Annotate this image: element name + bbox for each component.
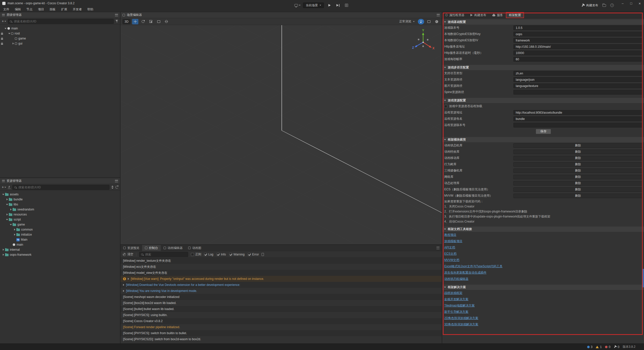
hierarchy-node[interactable]: main: [0, 26, 120, 31]
import-asset-icon[interactable]: [8, 186, 11, 189]
view-gizmo[interactable]: Y X Z: [412, 29, 434, 50]
tab-inspector[interactable]: 属性检查器: [442, 12, 467, 18]
scene-selector-dropdown[interactable]: 当前场景: [303, 3, 324, 8]
assets-search-input[interactable]: [18, 186, 107, 189]
hierarchy-search[interactable]: [8, 19, 114, 24]
delete-button[interactable]: 删除: [513, 175, 642, 179]
config-link[interactable]: 3D角色扮演游戏解决方案: [444, 322, 478, 327]
delete-button[interactable]: 删除: [513, 181, 642, 186]
console-search[interactable]: [139, 252, 188, 257]
axis-negative-y-handle[interactable]: [422, 46, 424, 47]
maximize-button[interactable]: [627, 0, 635, 7]
hierarchy-node[interactable]: game: [0, 36, 120, 41]
tree-expand-caret[interactable]: [9, 224, 13, 225]
config-link[interactable]: 原生包热更新配置自动生成插件: [444, 271, 487, 275]
rect-tool-button[interactable]: [155, 19, 162, 24]
menu-item[interactable]: 项目: [35, 7, 47, 12]
log-expand-caret[interactable]: [128, 278, 129, 280]
filter-icon[interactable]: [115, 20, 118, 23]
rotate-tool-button[interactable]: [140, 19, 146, 24]
preview-target-button[interactable]: [295, 4, 301, 7]
panel-menu-icon[interactable]: [115, 180, 118, 182]
menu-item[interactable]: 节点: [24, 7, 35, 12]
config-link[interactable]: Excel格式转Json文件与TypeScript代码工具: [444, 264, 502, 269]
assets-search[interactable]: [12, 185, 109, 190]
move-tool-button[interactable]: [132, 19, 138, 24]
camera-settings-button[interactable]: [426, 19, 432, 24]
menu-item[interactable]: 扩展: [58, 7, 70, 12]
export-log-icon[interactable]: [262, 253, 264, 256]
property-input[interactable]: [513, 51, 642, 55]
axis-negative-z-handle[interactable]: [427, 39, 428, 40]
menu-item[interactable]: 帮助: [85, 7, 96, 12]
asset-node[interactable]: bundle: [0, 197, 120, 202]
asset-node[interactable]: assets: [0, 192, 120, 197]
tree-expand-caret[interactable]: [5, 213, 9, 215]
delete-button[interactable]: 删除: [513, 143, 642, 148]
delete-button[interactable]: 删除: [513, 168, 642, 173]
config-link[interactable]: 新手引导解决方案: [444, 310, 468, 314]
log-row[interactable]: [Scene] [PHYSICS]: using builtin.: [120, 312, 442, 318]
filter-info[interactable]: Info: [217, 253, 226, 256]
log-row[interactable]: [Window] You are running Vue in developm…: [120, 288, 442, 294]
tab-build[interactable]: 构建发布: [467, 12, 489, 18]
save-button[interactable]: 保存: [536, 129, 551, 134]
config-link[interactable]: ECS文档: [444, 252, 457, 256]
help-icon[interactable]: [610, 4, 614, 7]
refresh-assets-icon[interactable]: [115, 186, 118, 189]
minimize-button[interactable]: [618, 0, 627, 7]
asset-node[interactable]: seedrandom: [0, 207, 120, 212]
delete-button[interactable]: 删除: [513, 156, 642, 160]
log-row[interactable]: [Scene] Cocos Creator v3.8.2: [120, 318, 442, 324]
asset-node[interactable]: oops-framework: [0, 252, 120, 257]
property-input[interactable]: [513, 123, 642, 127]
lock-toggle[interactable]: [0, 32, 4, 35]
property-input[interactable]: [513, 110, 642, 115]
axis-negative-x-handle[interactable]: [418, 39, 419, 40]
log-expand-caret[interactable]: [123, 284, 124, 286]
asset-node[interactable]: script: [0, 217, 120, 222]
scene-viewport[interactable]: Y X Z: [120, 25, 442, 244]
tree-expand-caret[interactable]: [13, 229, 16, 231]
config-link[interactable]: 游戏模板项目: [444, 239, 462, 243]
close-button[interactable]: [635, 0, 644, 7]
tree-expand-caret[interactable]: [2, 254, 5, 256]
regex-toggle[interactable]: 正则: [191, 252, 201, 256]
property-input[interactable]: [513, 57, 642, 62]
config-link[interactable]: Tiledmap地图解决方案: [444, 303, 475, 308]
tree-expand-caret[interactable]: [8, 33, 11, 34]
tree-expand-caret[interactable]: [4, 28, 7, 29]
config-link[interactable]: 战棋游戏框架: [444, 291, 462, 295]
tab-animation-editor[interactable]: 动画编辑器: [161, 245, 185, 251]
transform-space-button[interactable]: [163, 19, 170, 24]
info-count-badge[interactable]: 3: [587, 345, 593, 349]
section-header[interactable]: 框架模块裁剪: [442, 137, 644, 142]
hierarchy-search-input[interactable]: [14, 20, 112, 23]
asset-node[interactable]: libs: [0, 202, 120, 207]
hierarchy-node[interactable]: gui: [0, 41, 120, 46]
tree-expand-caret[interactable]: [5, 204, 9, 205]
tree-expand-caret[interactable]: [2, 194, 5, 195]
menu-item[interactable]: 编辑: [12, 7, 24, 12]
log-row[interactable]: [Window] [Vue warn]: Property "onInput" …: [120, 276, 442, 282]
scale-tool-button[interactable]: [148, 19, 154, 24]
panel-menu-icon[interactable]: [115, 14, 118, 16]
delete-button[interactable]: 删除: [513, 162, 642, 167]
property-input[interactable]: [513, 116, 642, 121]
config-link[interactable]: MVVM文档: [444, 258, 459, 262]
log-row[interactable]: [Scene] [PHYSICS2D]: switch from box2d-w…: [120, 336, 442, 342]
axis-y-label[interactable]: Y: [422, 29, 424, 32]
scene-settings-button[interactable]: [433, 19, 440, 24]
view-mode-dropdown[interactable]: 正常浏览: [397, 19, 416, 24]
lock-toggle[interactable]: [0, 42, 4, 45]
tab-framework-config[interactable]: 框架配置: [506, 12, 524, 18]
asset-node[interactable]: main: [0, 242, 120, 247]
section-header[interactable]: 游戏基础配置: [442, 19, 644, 25]
axis-x-label[interactable]: X: [432, 47, 434, 50]
scrollbar-thumb[interactable]: [642, 269, 644, 287]
log-row[interactable]: [Scene] [PHYSICS]: switch from builtin t…: [120, 330, 442, 336]
layout-button[interactable]: [344, 3, 350, 8]
clear-console-button[interactable]: 清空: [123, 252, 133, 256]
log-row[interactable]: [Scene] [bullet]:bullet wasm lib loaded.: [120, 306, 442, 312]
dimension-toggle-button[interactable]: 3D: [123, 19, 131, 24]
